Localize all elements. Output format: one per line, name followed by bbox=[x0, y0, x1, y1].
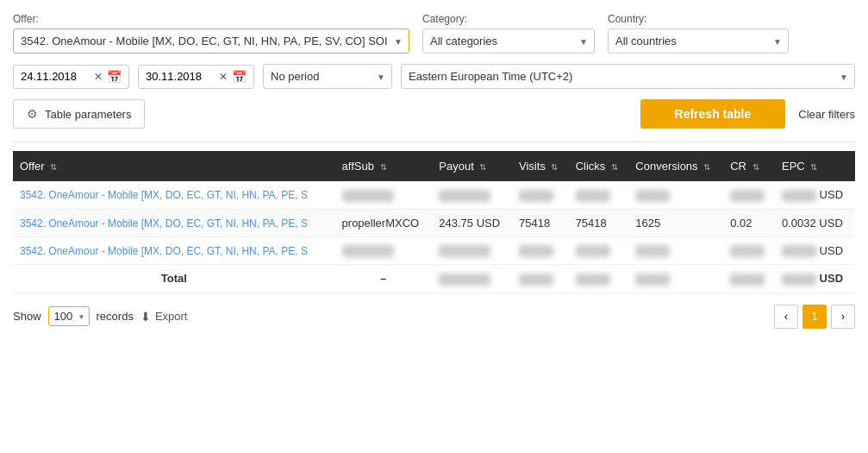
cell-conversions bbox=[628, 236, 723, 265]
next-page-button[interactable]: › bbox=[831, 305, 855, 329]
offer-label: Offer: bbox=[13, 13, 409, 25]
page-1-button[interactable]: 1 bbox=[802, 305, 827, 329]
date-from-clear-icon[interactable]: ✕ bbox=[94, 71, 103, 83]
country-select[interactable]: All countries bbox=[608, 28, 789, 53]
col-payout[interactable]: Payout ⇅ bbox=[432, 151, 512, 181]
actions-row: ⚙ Table parameters Refresh table Clear f… bbox=[13, 99, 855, 129]
cell-offer: 3542. OneAmour - Mobile [MX, DO, EC, GT,… bbox=[13, 209, 335, 236]
blurred-total-epc bbox=[782, 274, 816, 286]
footer-left: Show 100 10 25 50 records ⬇ Export bbox=[13, 306, 187, 326]
category-select-wrapper: All categories bbox=[422, 28, 595, 53]
cell-total-epc: USD bbox=[775, 265, 855, 293]
blurred-epc bbox=[782, 245, 816, 257]
category-select[interactable]: All categories bbox=[422, 28, 595, 53]
sort-offer-icon[interactable]: ⇅ bbox=[50, 162, 57, 172]
col-conversions[interactable]: Conversions ⇅ bbox=[628, 151, 723, 181]
sort-visits-icon[interactable]: ⇅ bbox=[551, 162, 558, 172]
cell-conversions bbox=[628, 181, 723, 209]
main-page: Offer: 3542. OneAmour - Mobile [MX, DO, … bbox=[0, 0, 868, 453]
offer-filter-group: Offer: 3542. OneAmour - Mobile [MX, DO, … bbox=[13, 13, 409, 53]
blurred-total-visits bbox=[519, 274, 553, 286]
cell-payout bbox=[432, 181, 512, 209]
date-to-input[interactable]: 30.11.2018 bbox=[146, 70, 215, 83]
cell-epc: USD bbox=[775, 236, 855, 265]
sort-payout-icon[interactable]: ⇅ bbox=[479, 162, 486, 172]
actions-left: ⚙ Table parameters bbox=[13, 99, 145, 129]
cell-total-conversions bbox=[628, 265, 723, 293]
sort-conversions-icon[interactable]: ⇅ bbox=[703, 162, 710, 172]
records-select-wrap: 100 10 25 50 bbox=[48, 306, 90, 326]
offer-link[interactable]: 3542. OneAmour - Mobile [MX, DO, EC, GT,… bbox=[20, 245, 308, 257]
cell-cr: 0.02 bbox=[723, 209, 775, 236]
filter-row-1: Offer: 3542. OneAmour - Mobile [MX, DO, … bbox=[13, 13, 855, 53]
cell-total-cr bbox=[723, 265, 775, 293]
cell-epc: USD bbox=[775, 181, 855, 209]
sort-cr-icon[interactable]: ⇅ bbox=[752, 162, 759, 172]
blurred-visits bbox=[519, 245, 553, 257]
blurred-payout bbox=[439, 245, 490, 257]
blurred-payout bbox=[439, 190, 490, 202]
sliders-icon: ⚙ bbox=[27, 107, 38, 121]
cell-clicks bbox=[569, 181, 629, 209]
section-divider bbox=[13, 142, 855, 142]
date-from-calendar-icon[interactable]: 📅 bbox=[107, 70, 122, 84]
country-select-wrapper: All countries bbox=[608, 28, 789, 53]
date-to-wrap: 30.11.2018 ✕ 📅 bbox=[138, 65, 254, 89]
date-row: 24.11.2018 ✕ 📅 30.11.2018 ✕ 📅 No period … bbox=[13, 64, 855, 89]
date-to-clear-icon[interactable]: ✕ bbox=[219, 71, 228, 83]
col-epc[interactable]: EPC ⇅ bbox=[775, 151, 855, 181]
blurred-affsub bbox=[342, 190, 394, 202]
refresh-table-button[interactable]: Refresh table bbox=[640, 99, 786, 129]
data-table: Offer ⇅ affSub ⇅ Payout ⇅ Visits ⇅ bbox=[13, 151, 855, 293]
offer-link[interactable]: 3542. OneAmour - Mobile [MX, DO, EC, GT,… bbox=[20, 189, 308, 201]
col-cr[interactable]: CR ⇅ bbox=[723, 151, 775, 181]
country-filter-group: Country: All countries bbox=[608, 13, 789, 53]
table-params-button[interactable]: ⚙ Table parameters bbox=[13, 99, 145, 129]
cell-total-payout bbox=[432, 265, 512, 293]
cell-total-label: Total bbox=[13, 265, 335, 293]
date-from-wrap: 24.11.2018 ✕ 📅 bbox=[13, 65, 129, 89]
col-offer[interactable]: Offer ⇅ bbox=[13, 151, 335, 181]
blurred-visits bbox=[519, 190, 553, 202]
date-to-calendar-icon[interactable]: 📅 bbox=[232, 70, 247, 84]
offer-select[interactable]: 3542. OneAmour - Mobile [MX, DO, EC, GT,… bbox=[13, 28, 409, 53]
cell-cr bbox=[723, 236, 775, 265]
export-button[interactable]: ⬇ Export bbox=[141, 310, 188, 324]
sort-epc-icon[interactable]: ⇅ bbox=[810, 162, 817, 172]
sort-clicks-icon[interactable]: ⇅ bbox=[611, 162, 618, 172]
cell-offer: 3542. OneAmour - Mobile [MX, DO, EC, GT,… bbox=[13, 181, 335, 209]
cell-cr bbox=[723, 181, 775, 209]
blurred-total-conversions bbox=[635, 274, 670, 286]
col-affsub[interactable]: affSub ⇅ bbox=[335, 151, 433, 181]
download-icon: ⬇ bbox=[141, 310, 151, 324]
prev-page-button[interactable]: ‹ bbox=[774, 305, 798, 329]
period-select[interactable]: No period Today Yesterday Last 7 days La… bbox=[263, 64, 392, 89]
blurred-affsub bbox=[342, 245, 394, 257]
blurred-cr bbox=[730, 190, 765, 202]
col-visits[interactable]: Visits ⇅ bbox=[512, 151, 569, 181]
blurred-conversions bbox=[635, 190, 670, 202]
timezone-select[interactable]: Eastern European Time (UTC+2) UTC Wester… bbox=[401, 64, 855, 89]
cell-epc: 0.0032 USD bbox=[775, 209, 855, 236]
table-row: 3542. OneAmour - Mobile [MX, DO, EC, GT,… bbox=[13, 209, 855, 236]
date-from-input[interactable]: 24.11.2018 bbox=[21, 70, 90, 83]
records-per-page-select[interactable]: 100 10 25 50 bbox=[48, 306, 90, 326]
table-row: 3542. OneAmour - Mobile [MX, DO, EC, GT,… bbox=[13, 181, 855, 209]
blurred-clicks bbox=[576, 190, 610, 202]
offer-link[interactable]: 3542. OneAmour - Mobile [MX, DO, EC, GT,… bbox=[20, 217, 308, 230]
cell-payout bbox=[432, 236, 512, 265]
cell-payout: 243.75 USD bbox=[432, 209, 512, 236]
cell-conversions: 1625 bbox=[628, 209, 723, 236]
cell-clicks: 75418 bbox=[569, 209, 629, 236]
cell-visits: 75418 bbox=[512, 209, 569, 236]
cell-total-visits bbox=[512, 265, 569, 293]
table-total-row: Total – USD bbox=[13, 265, 855, 293]
cell-visits bbox=[512, 181, 569, 209]
clear-filters-button[interactable]: Clear filters bbox=[798, 108, 855, 121]
data-table-wrapper: Offer ⇅ affSub ⇅ Payout ⇅ Visits ⇅ bbox=[13, 151, 855, 293]
blurred-total-cr bbox=[730, 274, 765, 286]
col-clicks[interactable]: Clicks ⇅ bbox=[569, 151, 629, 181]
show-label: Show bbox=[13, 310, 41, 323]
sort-affsub-icon[interactable]: ⇅ bbox=[380, 162, 387, 172]
actions-right: Refresh table Clear filters bbox=[640, 99, 855, 129]
